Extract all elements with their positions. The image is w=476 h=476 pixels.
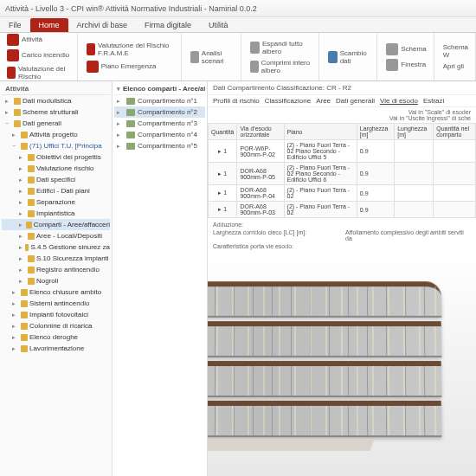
expand-icon[interactable]: ▸	[19, 185, 26, 196]
expand-icon[interactable]: ▸	[19, 219, 24, 230]
table-row[interactable]: ▸ 1DOR-A68 900mm-P-03(2) - Piano Fuori T…	[209, 202, 476, 218]
tree-node[interactable]: ▸Attività progetto	[2, 129, 110, 140]
midtree-header: ▾ Elenco comparti - Aree/affacceri	[114, 83, 205, 95]
expand-icon[interactable]: ▸	[19, 241, 23, 253]
compartment-list: ▾ Elenco comparti - Aree/affacceri ▸Comp…	[113, 81, 208, 476]
expand-icon[interactable]: −	[5, 118, 12, 129]
btn-analisi[interactable]: Analisi scenari	[189, 48, 235, 66]
ctab-aree[interactable]: Aree	[316, 97, 331, 105]
expand-icon[interactable]: ▸	[19, 253, 26, 264]
expand-icon[interactable]: ▸	[19, 208, 26, 219]
tree-node[interactable]: ▸Valutazione rischio	[2, 163, 110, 174]
expand-icon[interactable]: ▸	[19, 230, 26, 241]
btn-frame[interactable]: Valutazione del Rischio F.R.A.M.E	[85, 41, 176, 58]
expand-icon[interactable]: −	[12, 140, 19, 151]
btn-collapse-tree[interactable]: Comprimi intero albero	[248, 58, 314, 75]
ctab-esodo[interactable]: Vie di esodo	[380, 97, 418, 105]
expand-icon[interactable]: ▸	[12, 129, 19, 140]
tree-node[interactable]: ▸Obiettivi dei progettis	[2, 151, 110, 163]
tab-firma[interactable]: Firma digitale	[136, 18, 200, 32]
btn-schema[interactable]: Schema	[384, 42, 428, 56]
tab-utilita[interactable]: Utilità	[200, 18, 237, 32]
tree-node[interactable]: ▸Separazione	[2, 196, 110, 208]
table-row[interactable]: ▸ 1DOR-A68 900mm-P-05(2) - Piano Fuori T…	[209, 163, 476, 185]
expand-icon[interactable]: ▸	[19, 264, 26, 275]
window-titlebar: Attività - Livello 3 - CPI win® Attività…	[0, 0, 476, 17]
tree-node[interactable]: ▸Scheme strutturali	[2, 106, 110, 118]
tab-archivi[interactable]: Archivi di base	[68, 18, 137, 32]
btn-apri[interactable]: Apri gli	[441, 61, 470, 71]
btn-schema-w[interactable]: Schema W	[441, 42, 470, 60]
tree-node[interactable]: ▸Elenco deroghe	[2, 331, 110, 343]
tab-file[interactable]: File	[0, 18, 30, 32]
tree-node[interactable]: ▸Impiantistica	[2, 208, 110, 219]
compartment-item[interactable]: ▸Compartimento n°5	[114, 140, 205, 151]
tree-node[interactable]: ▸Aree - Locali/Depositi	[2, 230, 110, 241]
compartment-item[interactable]: ▸Compartimento n°3	[114, 118, 205, 129]
folder-icon	[21, 132, 28, 138]
tab-home[interactable]: Home	[30, 18, 68, 32]
compartment-item[interactable]: ▸Compartimento n°2	[114, 106, 205, 118]
chevron-icon[interactable]: ▸	[117, 98, 124, 105]
expand-icon[interactable]: ▸	[19, 275, 26, 286]
btn-valutazione[interactable]: Valutazione del Rischio	[5, 64, 72, 81]
tree-node[interactable]: ▸Comparti - Aree/affacceri	[2, 219, 110, 230]
table-row[interactable]: ▸ 1DOR-A68 900mm-P-04(2) - Piano Fuori T…	[209, 185, 476, 202]
tree-node[interactable]: ▸Dati specifici	[2, 174, 110, 185]
expand-icon[interactable]: ▸	[5, 95, 12, 106]
chevron-icon[interactable]: ▸	[117, 132, 124, 138]
compartment-item[interactable]: ▸Compartimento n°4	[114, 129, 205, 140]
ctab-class[interactable]: Classificazione	[265, 97, 311, 105]
ctab-profili[interactable]: Profili di rischio	[213, 97, 260, 105]
btn-emergenza[interactable]: Piano Emergenza	[85, 60, 176, 74]
col-qcomp[interactable]: Quantità nel comparto	[434, 124, 476, 140]
ctab-estrazi[interactable]: Estrazi	[423, 97, 444, 105]
tree-node[interactable]: ▸Sistemi antincendio	[2, 298, 110, 309]
expand-icon[interactable]: ▸	[12, 298, 19, 309]
tree-node[interactable]: ▸Dati modulistica	[2, 95, 110, 106]
btn-carico[interactable]: Carico incendio	[5, 48, 72, 62]
tree-node[interactable]: ▸Elenco chiusure ambito	[2, 286, 110, 298]
3d-viewport[interactable]	[208, 251, 476, 476]
btn-attivita[interactable]: Attività	[5, 33, 72, 47]
expand-icon[interactable]: ▸	[12, 331, 19, 343]
expand-icon[interactable]: ▸	[12, 309, 19, 320]
tree-node[interactable]: ▸Colonnine di ricarica	[2, 320, 110, 331]
expand-icon[interactable]: ▸	[19, 151, 26, 163]
col-quantita[interactable]: Quantità	[209, 124, 237, 140]
btn-expand-tree[interactable]: Espandi tutto albero	[248, 39, 314, 56]
expand-icon[interactable]: ▸	[5, 106, 12, 118]
tree-node[interactable]: ▸Lavorimentazione	[2, 343, 110, 354]
link-uscite[interactable]: Vai in "Uscite Ingressi" di sche	[213, 115, 471, 121]
btn-scambio[interactable]: Scambio dati	[326, 48, 371, 66]
tree-node[interactable]: ▸Edifici - Dati piani	[2, 185, 110, 196]
tree-node[interactable]: ▸S.10 Sicurezza impianti	[2, 253, 110, 264]
tree-node[interactable]: ▸S.4.5 Gestione sinurez za	[2, 241, 110, 253]
expand-icon[interactable]: ▸	[19, 163, 26, 174]
tree-node[interactable]: −(71) Uffici T.U. [Principa	[2, 140, 110, 151]
table-row[interactable]: ▸ 1POR-W6P-900mm-P-02(2) - Piano Fuori T…	[209, 140, 476, 163]
compartment-item[interactable]: ▸Compartimento n°1	[114, 95, 205, 106]
btn-finestra[interactable]: Finestra	[384, 58, 428, 72]
chevron-down-icon[interactable]: ▾	[117, 86, 120, 93]
chevron-icon[interactable]: ▸	[117, 109, 124, 116]
chevron-icon[interactable]: ▸	[117, 143, 124, 150]
tree-node[interactable]: −Dati generali	[2, 118, 110, 129]
expand-icon[interactable]: ▸	[19, 174, 26, 185]
ctab-dati[interactable]: Dati generali	[336, 97, 375, 105]
expand-icon[interactable]: ▸	[19, 196, 26, 208]
expand-icon[interactable]: ▸	[12, 286, 19, 298]
col-via[interactable]: Via d'esodo orizzontale	[237, 124, 284, 140]
link-scale[interactable]: Vai in "Scale" di esoder	[213, 109, 471, 115]
col-larghezza[interactable]: Larghezza [m]	[357, 124, 394, 140]
tree-node[interactable]: ▸Registro antincendio	[2, 264, 110, 275]
col-piano[interactable]: Piano	[284, 124, 357, 140]
chevron-icon[interactable]: ▸	[117, 120, 124, 127]
floor-1	[208, 361, 441, 397]
expand-icon[interactable]: ▸	[12, 343, 19, 354]
sidebar: Attività ▸Dati modulistica▸Scheme strutt…	[0, 81, 113, 476]
col-lunghezza[interactable]: Lunghezza [m]	[395, 124, 434, 140]
tree-node[interactable]: ▸Nogroli	[2, 275, 110, 286]
tree-node[interactable]: ▸Impianti fotovoltaici	[2, 309, 110, 320]
expand-icon[interactable]: ▸	[12, 320, 19, 331]
